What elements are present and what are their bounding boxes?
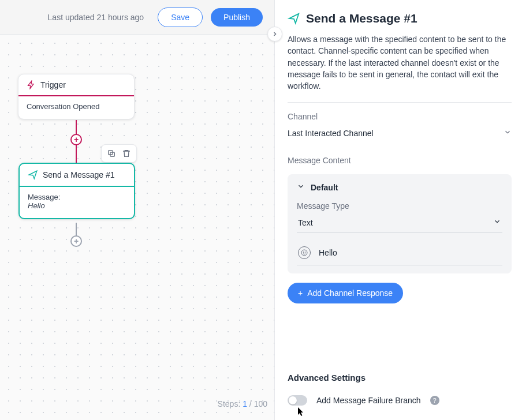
accordion-title: Default [311, 183, 338, 192]
node-action-toolbar [101, 144, 137, 163]
channel-select[interactable]: Last Interacted Channel [288, 125, 512, 144]
trigger-node-header: Trigger [18, 74, 134, 96]
panel-title: Send a Message #1 [288, 12, 512, 25]
message-value: Hello [28, 201, 126, 210]
svg-point-4 [305, 252, 305, 253]
message-label: Message: [28, 193, 126, 201]
message-type-value: Text [298, 218, 313, 227]
chevron-down-icon [493, 217, 501, 227]
chevron-down-icon [297, 182, 305, 192]
bolt-icon [27, 80, 36, 89]
failure-branch-toggle[interactable] [288, 395, 307, 406]
steps-sep: / [247, 399, 254, 408]
failure-branch-label: Add Message Failure Branch [316, 396, 421, 405]
panel-description: Allows a message with the specified cont… [288, 33, 512, 92]
message-body-text: Hello [319, 248, 337, 257]
chevron-down-icon [504, 128, 512, 138]
plus-icon: + [298, 288, 303, 298]
default-accordion: Default Message Type Text Hello [288, 174, 512, 273]
trigger-title: Trigger [40, 80, 66, 89]
message-content-label: Message Content [288, 156, 512, 165]
top-toolbar: Last updated 21 hours ago Save Publish [0, 0, 274, 35]
send-node-header: Send a Message #1 [20, 164, 134, 187]
failure-branch-row: Add Message Failure Branch ? [288, 395, 512, 406]
message-type-select[interactable]: Text [297, 214, 502, 232]
advanced-settings-title: Advanced Settings [288, 373, 512, 382]
message-body-input[interactable]: Hello [297, 243, 502, 265]
save-button[interactable]: Save [158, 7, 203, 27]
send-icon [28, 170, 38, 180]
trigger-body: Conversation Opened [18, 96, 134, 119]
divider [288, 102, 512, 103]
connector-line [76, 223, 77, 237]
workflow-canvas[interactable]: Trigger Conversation Opened + [0, 35, 274, 420]
svg-point-3 [303, 252, 304, 253]
send-icon [288, 12, 300, 25]
panel-title-text: Send a Message #1 [306, 12, 417, 25]
publish-button[interactable]: Publish [211, 8, 263, 27]
steps-counter: Steps: 1 / 100 [218, 399, 267, 408]
copy-icon[interactable] [105, 147, 118, 160]
add-step-button[interactable]: + [70, 134, 82, 145]
add-channel-response-button[interactable]: + Add Channel Response [288, 283, 403, 303]
help-icon[interactable]: ? [430, 396, 439, 405]
side-panel: Send a Message #1 Allows a message with … [274, 0, 522, 420]
trigger-node[interactable]: Trigger Conversation Opened [18, 74, 135, 119]
channel-value: Last Interacted Channel [288, 129, 374, 138]
svg-point-2 [301, 250, 307, 256]
add-channel-response-label: Add Channel Response [307, 288, 393, 298]
steps-total: 100 [254, 399, 267, 408]
add-step-button[interactable]: + [70, 235, 82, 247]
trigger-subtitle: Conversation Opened [27, 102, 99, 111]
steps-prefix: Steps: [218, 399, 243, 408]
trash-icon[interactable] [120, 147, 133, 160]
accordion-toggle[interactable]: Default [297, 182, 502, 192]
send-message-node[interactable]: Send a Message #1 Message: Hello [18, 163, 135, 219]
message-type-label: Message Type [297, 201, 502, 211]
channel-label: Channel [288, 112, 512, 121]
send-node-body: Message: Hello [20, 187, 134, 218]
send-node-title: Send a Message #1 [43, 170, 115, 179]
steps-current: 1 [243, 399, 247, 408]
emoji-icon[interactable] [298, 246, 311, 259]
collapse-panel-button[interactable] [267, 27, 282, 42]
last-updated-text: Last updated 21 hours ago [48, 13, 144, 22]
